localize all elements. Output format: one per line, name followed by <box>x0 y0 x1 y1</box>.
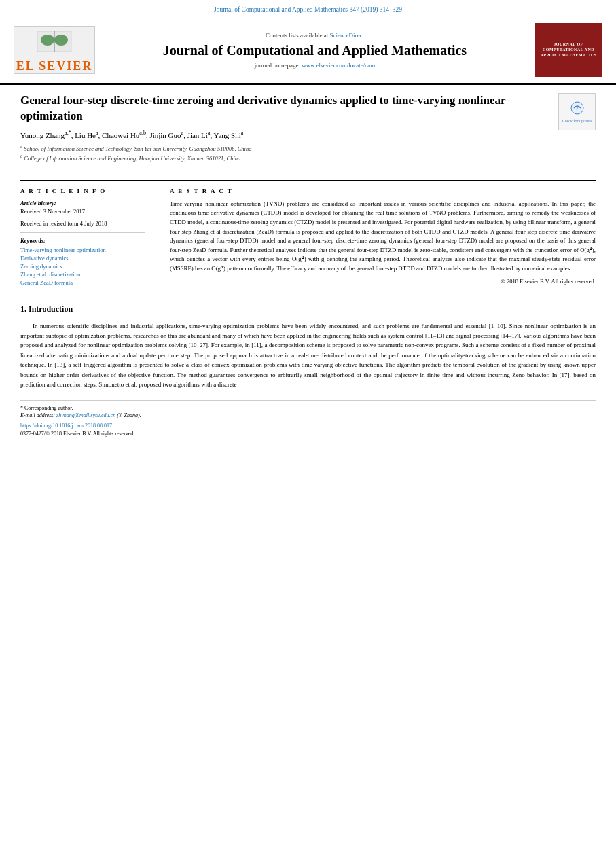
article-info-header: A R T I C L E I N F O <box>20 187 145 194</box>
intro-section-number: 1. <box>20 304 26 314</box>
keyword-4: Zhang et al. discretization <box>20 271 145 278</box>
homepage-label: journal homepage: <box>255 62 300 69</box>
email-suffix: (Y. Zhang). <box>117 412 141 418</box>
author-5-sup: a <box>208 130 211 136</box>
authors-line: Yunong Zhanga,*, Liu Hea, Chaowei Hua,b,… <box>20 130 548 139</box>
check-for-updates-badge[interactable]: ✓ Check for updates <box>558 93 596 130</box>
svg-point-2 <box>41 35 54 46</box>
journal-cover-logo: JOURNAL OF COMPUTATIONAL AND APPLIED MAT… <box>535 23 602 77</box>
sciencedirect-link[interactable]: ScienceDirect <box>330 32 364 39</box>
article-info-abstract-section: A R T I C L E I N F O Article history: R… <box>20 180 596 287</box>
author-4: Jinjin Guo <box>149 131 181 139</box>
intro-paragraph-1: In numerous scientific disciplines and i… <box>20 321 596 390</box>
author-5: Jian Li <box>187 131 208 139</box>
homepage-link[interactable]: www.elsevier.com/locate/cam <box>302 62 375 69</box>
email-line: E-mail address: zhynang@mail.sysu.edu.cn… <box>20 412 596 418</box>
author-1: Yunong Zhang <box>20 131 65 139</box>
keywords-label: Keywords: <box>20 237 145 244</box>
keywords-section: Keywords: Time-varying nonlinear optimiz… <box>20 237 145 286</box>
check-updates-label: Check for updates <box>562 119 592 123</box>
journal-header: EL SEVIER Contents lists available at Sc… <box>0 16 616 85</box>
top-bar: Journal of Computational and Applied Mat… <box>0 0 616 16</box>
author-3: Chaowei Hu <box>102 131 139 139</box>
author-4-sup: a <box>181 130 184 136</box>
check-updates-icon: ✓ <box>567 101 587 118</box>
email-link[interactable]: zhynang@mail.sysu.edu.cn <box>56 412 115 418</box>
keyword-1: Time-varying nonlinear optimization <box>20 247 145 253</box>
abstract-panel: A B S T R A C T Time-varying nonlinear o… <box>170 187 596 287</box>
received-date: Received 3 November 2017 <box>20 208 145 215</box>
contents-label: Contents lists available at <box>266 32 328 39</box>
doi-link[interactable]: https://doi.org/10.1016/j.cam.2018.08.01… <box>20 423 596 429</box>
title-area: General four-step discrete-time zeroing … <box>20 93 548 167</box>
introduction-section: 1. Introduction In numerous scientific d… <box>20 304 596 390</box>
elsevier-logo-block: EL SEVIER <box>14 26 95 74</box>
elsevier-tree-icon <box>34 28 75 56</box>
abstract-header: A B S T R A C T <box>170 187 596 194</box>
revised-date: Received in revised form 4 July 2018 <box>20 220 145 227</box>
svg-text:✓: ✓ <box>575 106 579 111</box>
keyword-2: Derivative dynamics <box>20 255 145 262</box>
abstract-copyright: © 2018 Elsevier B.V. All rights reserved… <box>170 278 596 285</box>
article-info-panel: A R T I C L E I N F O Article history: R… <box>20 187 156 287</box>
keyword-3: Zeroing dynamics <box>20 263 145 270</box>
affiliation-a: a School of Information Science and Tech… <box>20 143 548 154</box>
affiliation-b: b College of Information Science and Eng… <box>20 153 548 163</box>
journal-center-info: Contents lists available at ScienceDirec… <box>95 32 535 69</box>
author-3-sup: a,b <box>139 130 146 136</box>
author-2-sup: a <box>96 130 98 136</box>
svg-point-3 <box>54 35 68 46</box>
journal-title: Journal of Computational and Applied Mat… <box>109 41 521 59</box>
author-2: Liu He <box>75 131 96 139</box>
author-1-sup: a,* <box>65 130 71 136</box>
info-divider <box>20 232 145 233</box>
email-label: E-mail address: <box>20 412 55 418</box>
content-divider <box>20 296 596 296</box>
corresponding-author-label: * Corresponding author. <box>20 405 596 411</box>
author-6-sup: a <box>241 130 244 136</box>
footnote-area: * Corresponding author. E-mail address: … <box>20 400 596 437</box>
history-label: Article history: <box>20 200 145 207</box>
affiliations: a School of Information Science and Tech… <box>20 143 548 163</box>
article-title-section: General four-step discrete-time zeroing … <box>20 93 596 173</box>
abstract-text: Time-varying nonlinear optimization (TVN… <box>170 200 596 274</box>
main-content: General four-step discrete-time zeroing … <box>0 85 616 437</box>
issn-line: 0377-0427/© 2018 Elsevier B.V. All right… <box>20 431 596 437</box>
journal-reference-link[interactable]: Journal of Computational and Applied Mat… <box>214 6 402 13</box>
article-title: General four-step discrete-time zeroing … <box>20 93 548 124</box>
journal-homepage-line: journal homepage: www.elsevier.com/locat… <box>109 62 521 69</box>
author-6: Yang Shi <box>214 131 241 139</box>
contents-available-line: Contents lists available at ScienceDirec… <box>109 32 521 39</box>
intro-heading: 1. Introduction <box>20 304 596 315</box>
elsevier-brand-text: EL SEVIER <box>16 59 93 73</box>
cover-title: JOURNAL OF COMPUTATIONAL AND APPLIED MAT… <box>538 42 599 58</box>
keyword-5: General ZeaD formula <box>20 279 145 286</box>
